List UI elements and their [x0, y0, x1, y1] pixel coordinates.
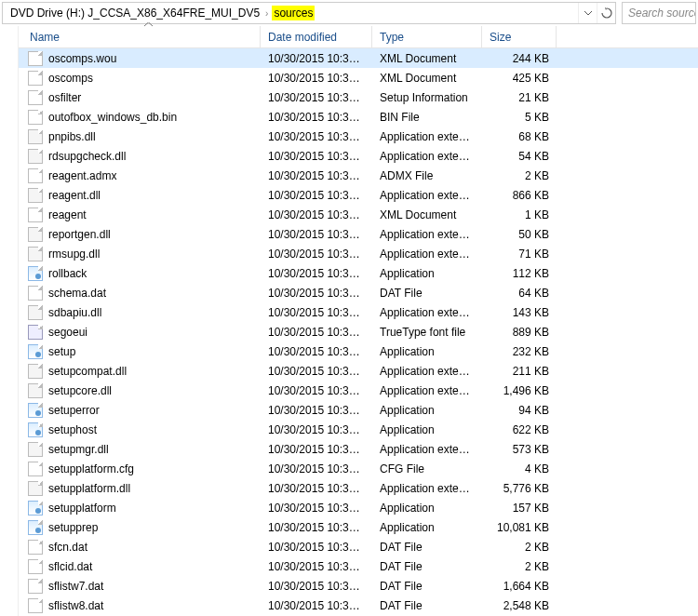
table-row[interactable]: sdbapiu.dll10/30/2015 10:30 ...Applicati…: [19, 302, 698, 322]
table-row[interactable]: reagent10/30/2015 10:30 ...XML Document1…: [19, 205, 698, 224]
column-headers: Name Date modified Type Size: [19, 26, 698, 48]
file-name: oscomps.wou: [48, 52, 116, 65]
cell-size: 889 KB: [482, 326, 557, 339]
table-row[interactable]: outofbox_windows_db.bin10/30/2015 10:30 …: [19, 107, 698, 127]
cell-type: Application extens...: [372, 482, 482, 495]
cell-type: XML Document: [372, 208, 482, 221]
navigation-pane[interactable]: [0, 26, 19, 616]
table-row[interactable]: sflistw7.dat10/30/2015 10:30 ...DAT File…: [19, 576, 698, 596]
cell-size: 866 KB: [482, 189, 557, 202]
column-header-date[interactable]: Date modified: [261, 26, 372, 47]
address-bar[interactable]: DVD Drive (H:) J_CCSA_X86_X64FRE_MUI_DV5…: [2, 2, 616, 24]
app-file-icon: [28, 344, 43, 359]
cell-size: 573 KB: [482, 443, 557, 456]
file-name: setupplatform.dll: [48, 482, 130, 495]
table-row[interactable]: setupcompat.dll10/30/2015 10:30 ...Appli…: [19, 361, 698, 381]
breadcrumb: DVD Drive (H:) J_CCSA_X86_X64FRE_MUI_DV5…: [3, 6, 578, 20]
cell-date: 10/30/2015 10:30 ...: [261, 404, 372, 417]
table-row[interactable]: rmsupg.dll10/30/2015 10:30 ...Applicatio…: [19, 244, 698, 263]
cell-size: 4 KB: [482, 462, 557, 475]
cell-name: setuphost: [19, 422, 261, 437]
table-row[interactable]: oscomps10/30/2015 10:30 ...XML Document4…: [19, 68, 698, 87]
cell-size: 1,664 KB: [482, 580, 557, 593]
cell-name: setup: [19, 344, 261, 359]
cell-size: 2 KB: [482, 541, 557, 554]
ttf-file-icon: [28, 325, 43, 340]
table-row[interactable]: setup10/30/2015 10:30 ...Application232 …: [19, 341, 698, 361]
table-row[interactable]: sfcn.dat10/30/2015 10:30 ...DAT File2 KB: [19, 537, 698, 556]
file-name: sdbapiu.dll: [48, 306, 101, 319]
dll-file-icon: [28, 481, 43, 496]
table-row[interactable]: setupcore.dll10/30/2015 10:30 ...Applica…: [19, 381, 698, 400]
app-file-icon: [28, 501, 43, 516]
breadcrumb-folder[interactable]: sources: [272, 6, 315, 20]
table-row[interactable]: setuphost10/30/2015 10:30 ...Application…: [19, 420, 698, 439]
file-name: setuphost: [48, 423, 97, 436]
table-row[interactable]: pnpibs.dll10/30/2015 10:30 ...Applicatio…: [19, 127, 698, 146]
cell-type: Application extens...: [372, 384, 482, 397]
file-name: rmsupg.dll: [48, 248, 100, 261]
cell-size: 622 KB: [482, 423, 557, 436]
file-name: rollback: [48, 267, 87, 280]
file-name: sfcn.dat: [48, 541, 87, 554]
cfg-file-icon: [28, 462, 43, 476]
table-row[interactable]: reagent.dll10/30/2015 10:30 ...Applicati…: [19, 185, 698, 205]
table-row[interactable]: reagent.admx10/30/2015 10:30 ...ADMX Fil…: [19, 166, 698, 185]
history-dropdown-button[interactable]: [578, 3, 597, 23]
table-row[interactable]: setupprep10/30/2015 10:30 ...Application…: [19, 517, 698, 537]
column-header-name[interactable]: Name: [19, 26, 261, 47]
table-row[interactable]: setupplatform.cfg10/30/2015 10:30 ...CFG…: [19, 459, 698, 478]
table-row[interactable]: rdsupgcheck.dll10/30/2015 10:30 ...Appli…: [19, 146, 698, 166]
cell-date: 10/30/2015 10:30 ...: [261, 169, 372, 182]
cell-name: reagent.admx: [19, 168, 261, 183]
cell-size: 232 KB: [482, 345, 557, 358]
cell-name: sflistw7.dat: [19, 579, 261, 594]
file-name: setupmgr.dll: [48, 443, 109, 456]
cell-size: 10,081 KB: [482, 521, 557, 534]
cell-date: 10/30/2015 10:30 ...: [261, 502, 372, 515]
cell-type: DAT File: [372, 541, 482, 554]
table-row[interactable]: sflistw8.dat10/30/2015 10:30 ...DAT File…: [19, 596, 698, 615]
table-row[interactable]: reportgen.dll10/30/2015 10:30 ...Applica…: [19, 224, 698, 244]
table-row[interactable]: oscomps.wou10/30/2015 10:30 ...XML Docum…: [19, 48, 698, 68]
cell-date: 10/30/2015 10:30 ...: [261, 189, 372, 202]
refresh-button[interactable]: [597, 3, 615, 23]
table-row[interactable]: sflcid.dat10/30/2015 10:30 ...DAT File2 …: [19, 556, 698, 576]
cell-date: 10/30/2015 10:30 ...: [261, 267, 372, 280]
cell-name: segoeui: [19, 325, 261, 340]
table-row[interactable]: setuperror10/30/2015 10:30 ...Applicatio…: [19, 400, 698, 420]
cell-size: 157 KB: [482, 502, 557, 515]
table-row[interactable]: schema.dat10/30/2015 10:30 ...DAT File64…: [19, 283, 698, 302]
table-row[interactable]: osfilter10/30/2015 10:30 ...Setup Inform…: [19, 87, 698, 107]
cell-size: 2,548 KB: [482, 599, 557, 612]
cell-date: 10/30/2015 10:30 ...: [261, 150, 372, 163]
file-name: osfilter: [48, 91, 81, 104]
cell-date: 10/30/2015 10:30 ...: [261, 560, 372, 573]
file-name: pnpibs.dll: [48, 130, 96, 143]
column-header-type[interactable]: Type: [372, 26, 482, 47]
cell-size: 54 KB: [482, 150, 557, 163]
chevron-right-icon[interactable]: ›: [265, 8, 268, 19]
cell-date: 10/30/2015 10:30 ...: [261, 580, 372, 593]
cell-type: BIN File: [372, 111, 482, 124]
table-row[interactable]: setupplatform.dll10/30/2015 10:30 ...App…: [19, 478, 698, 498]
cell-name: setupcore.dll: [19, 383, 261, 398]
cell-type: TrueType font file: [372, 326, 482, 339]
column-header-size[interactable]: Size: [482, 26, 557, 47]
breadcrumb-drive[interactable]: DVD Drive (H:) J_CCSA_X86_X64FRE_MUI_DV5: [8, 6, 262, 20]
cell-name: rmsupg.dll: [19, 247, 261, 261]
table-row[interactable]: setupmgr.dll10/30/2015 10:30 ...Applicat…: [19, 439, 698, 459]
table-row[interactable]: setupplatform10/30/2015 10:30 ...Applica…: [19, 498, 698, 517]
cell-type: DAT File: [372, 560, 482, 573]
cell-type: Application extens...: [372, 189, 482, 202]
xml-file-icon: [28, 51, 43, 66]
table-row[interactable]: rollback10/30/2015 10:30 ...Application1…: [19, 263, 698, 283]
cell-type: Application: [372, 521, 482, 534]
cell-size: 50 KB: [482, 228, 557, 241]
cell-date: 10/30/2015 10:30 ...: [261, 111, 372, 124]
cell-name: setupprep: [19, 520, 261, 535]
dat-file-icon: [28, 168, 43, 183]
cell-type: CFG File: [372, 462, 482, 475]
table-row[interactable]: segoeui10/30/2015 10:30 ...TrueType font…: [19, 322, 698, 341]
search-input[interactable]: Search sources: [622, 2, 696, 24]
